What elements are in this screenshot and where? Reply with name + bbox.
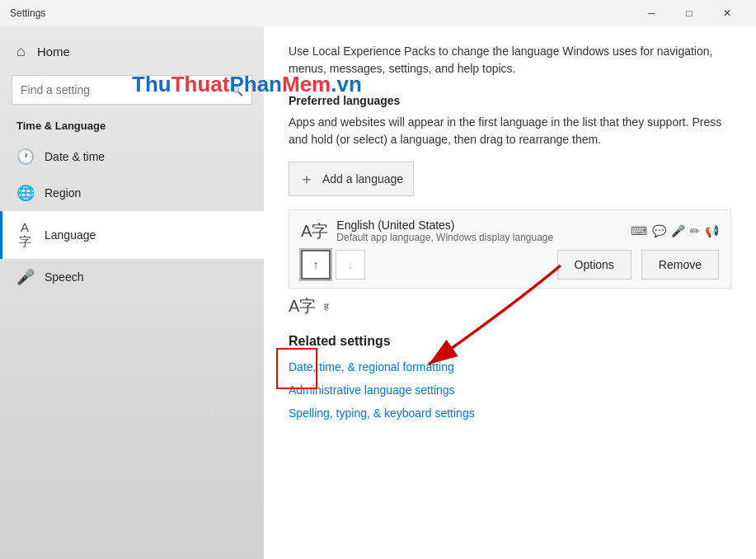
move-up-button[interactable]: ↑ xyxy=(301,250,331,280)
maximize-button[interactable]: □ xyxy=(670,0,708,26)
lang-second-item: A字 ह xyxy=(289,295,731,317)
language-item-top: A字 English (United States) Default app l… xyxy=(301,218,719,243)
lang-desc: Default app language, Windows display la… xyxy=(336,232,553,243)
preferred-languages-desc: Apps and websites will appear in the fir… xyxy=(289,114,731,148)
content-area: ThuThuatPhanMem.vn Use Local Experience … xyxy=(264,26,756,559)
preferred-languages-label: Preferred languages xyxy=(289,94,731,107)
add-language-label: Add a language xyxy=(322,172,403,186)
related-settings-title: Related settings xyxy=(289,334,731,349)
sidebar-home-label: Home xyxy=(37,45,70,59)
home-icon: ⌂ xyxy=(16,43,26,60)
lang-globe-icon: A字 xyxy=(301,220,328,242)
options-button[interactable]: Options xyxy=(557,250,632,280)
minimize-button[interactable]: ─ xyxy=(632,0,670,26)
related-settings: Related settings Date, time, & regional … xyxy=(289,334,731,420)
close-button[interactable]: ✕ xyxy=(708,0,746,26)
search-input[interactable] xyxy=(21,83,230,96)
sidebar-item-speech[interactable]: 🎤 Speech xyxy=(0,259,264,295)
lang-second-icon: A字 xyxy=(289,295,316,317)
badge-speaker: 📢 xyxy=(705,224,719,237)
related-link-date-time[interactable]: Date, time, & regional formatting xyxy=(289,360,731,373)
lang-icon-name: A字 English (United States) Default app l… xyxy=(301,218,553,243)
intro-text: Use Local Experience Packs to change the… xyxy=(289,43,731,78)
related-link-admin[interactable]: Administrative language settings xyxy=(289,383,731,397)
move-down-button[interactable]: ↓ xyxy=(336,250,365,280)
add-language-button[interactable]: ＋ Add a language xyxy=(289,162,414,196)
sidebar-item-language[interactable]: A字 Language xyxy=(0,211,264,259)
sidebar: ⌂ Home 🔍 Time & Language 🕐 Date & time 🌐… xyxy=(0,26,264,559)
mic-icon: 🎤 xyxy=(16,268,33,286)
remove-button[interactable]: Remove xyxy=(641,250,719,280)
sidebar-item-region-label: Region xyxy=(45,186,81,200)
clock-icon: 🕐 xyxy=(16,148,33,166)
search-box[interactable]: 🔍 xyxy=(12,75,252,105)
sidebar-item-date-time-label: Date & time xyxy=(45,150,105,163)
sidebar-section-title: Time & Language xyxy=(0,115,264,139)
main-layout: ⌂ Home 🔍 Time & Language 🕐 Date & time 🌐… xyxy=(0,26,756,559)
sidebar-item-speech-label: Speech xyxy=(45,270,83,284)
language-item-english: A字 English (United States) Default app l… xyxy=(289,209,731,289)
sidebar-item-language-label: Language xyxy=(45,228,96,242)
badge-pencil: ✏ xyxy=(690,224,700,237)
related-link-spelling[interactable]: Spelling, typing, & keyboard settings xyxy=(289,406,731,420)
lang-badges: ⌨ 💬 🎤 ✏ 📢 xyxy=(631,224,719,237)
sidebar-item-date-time[interactable]: 🕐 Date & time xyxy=(0,139,264,175)
badge-mic2: 🎤 xyxy=(671,224,685,237)
plus-icon: ＋ xyxy=(299,169,314,189)
sidebar-item-region[interactable]: 🌐 Region xyxy=(0,175,264,211)
language-icon: A字 xyxy=(16,220,33,250)
sidebar-home-button[interactable]: ⌂ Home xyxy=(0,33,264,70)
lang-controls: ↑ ↓ Options Remove xyxy=(301,250,719,280)
window-controls: ─ □ ✕ xyxy=(632,0,746,26)
badge-speech-balloon: 💬 xyxy=(652,224,666,237)
title-bar: Settings ─ □ ✕ xyxy=(0,0,756,26)
search-icon: 🔍 xyxy=(230,84,243,96)
globe-icon: 🌐 xyxy=(16,184,33,202)
lang-name: English (United States) xyxy=(336,218,553,232)
lang-second-code: ह xyxy=(324,301,329,312)
badge-keyboard: ⌨ xyxy=(631,224,647,237)
window-title: Settings xyxy=(10,7,45,19)
